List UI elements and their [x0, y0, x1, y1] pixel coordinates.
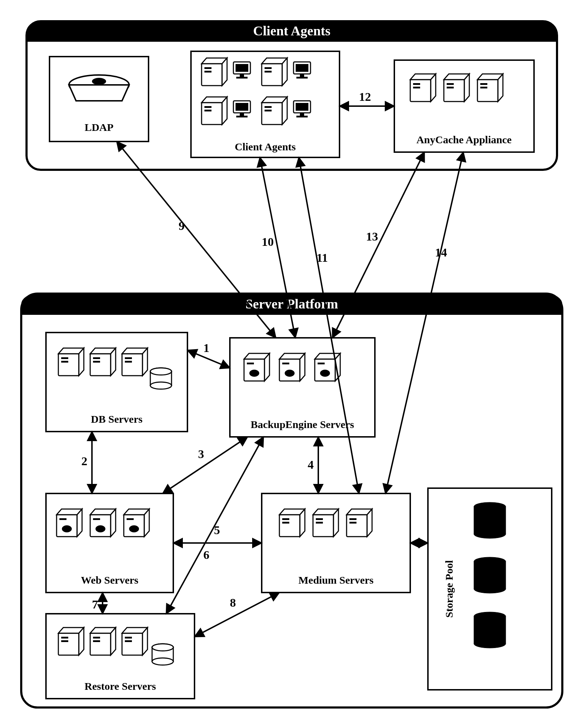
edge-3-label: 3 [198, 447, 204, 461]
medium-servers-label: Medium Servers [298, 574, 373, 586]
anycache-node: AnyCache Appliance [394, 60, 534, 152]
edge-11-label: 11 [317, 251, 328, 264]
architecture-diagram: Client Agents LDAP Client Agents [0, 0, 580, 728]
edge-14-label: 14 [435, 246, 447, 259]
storage-pool-label: Storage Pool [443, 560, 455, 618]
edge-13-label: 13 [366, 230, 378, 243]
edge-9-label: 9 [179, 219, 185, 232]
medium-servers-node: Medium Servers [262, 493, 410, 593]
restore-servers-label: Restore Servers [85, 680, 156, 692]
web-servers-node: Web Servers [46, 493, 173, 593]
client-agents-node: Client Agents [191, 51, 340, 157]
storage-pool-node: Storage Pool [428, 488, 552, 690]
edge-12-label: 12 [359, 90, 371, 103]
edge-1-label: 1 [203, 341, 209, 354]
db-servers-node: DB Servers [46, 333, 187, 432]
backupengine-node: BackupEngine Servers [230, 338, 375, 437]
client-agents-panel: Client Agents LDAP Client Agents [27, 21, 557, 170]
backupengine-label: BackupEngine Servers [251, 418, 354, 430]
edge-6-label: 6 [203, 548, 209, 561]
edge-7-label: 7 [92, 598, 98, 611]
edge-2-label: 2 [81, 455, 87, 468]
edge-8-label: 8 [230, 596, 236, 609]
anycache-label: AnyCache Appliance [416, 134, 511, 145]
svg-point-27 [92, 78, 106, 85]
svg-marker-26 [69, 85, 129, 101]
db-servers-label: DB Servers [91, 413, 143, 425]
server-platform-panel: Server Platform DB Servers BackupEngine … [21, 294, 562, 707]
restore-servers-node: Restore Servers [46, 614, 195, 699]
web-servers-label: Web Servers [81, 574, 138, 586]
edge-4-label: 4 [308, 458, 314, 471]
ldap-label: LDAP [85, 121, 114, 133]
ldap-node: LDAP [50, 57, 149, 141]
client-panel-title: Client Agents [253, 23, 331, 38]
edge-10-label: 10 [262, 235, 274, 248]
client-agents-label: Client Agents [235, 141, 296, 152]
